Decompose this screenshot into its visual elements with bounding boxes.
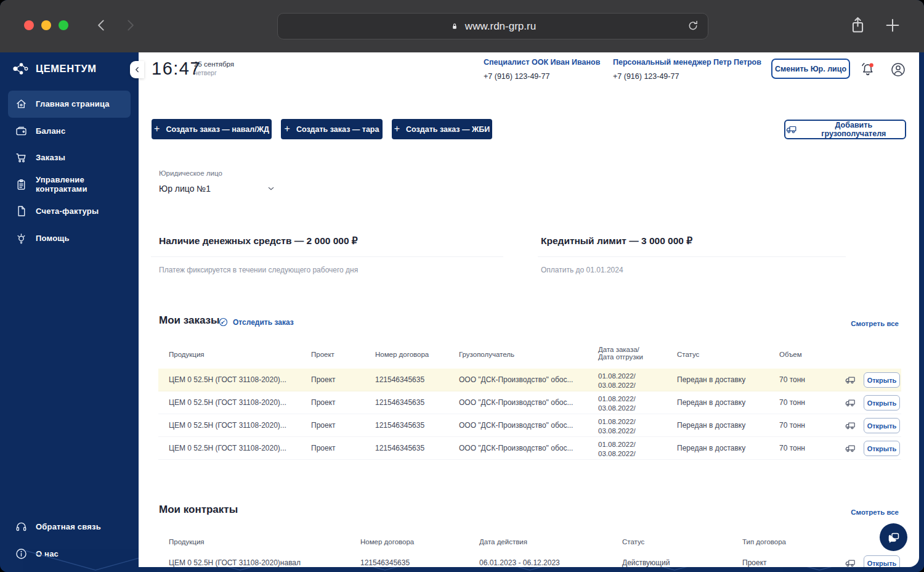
close-window-button[interactable] bbox=[24, 20, 34, 30]
create-order-tare-button[interactable]: + Создать заказ — тара bbox=[281, 119, 383, 139]
sidebar: ЦЕМЕНТУМ Главная страницаБалансЗаказыУпр… bbox=[0, 52, 139, 572]
open-button[interactable]: Открыть bbox=[864, 555, 900, 567]
specialist-name: Специалист ООК Иван Иванов bbox=[484, 58, 600, 67]
sidebar-item-label: Обратная связь bbox=[36, 522, 101, 531]
open-button[interactable]: Открыть bbox=[864, 418, 900, 433]
open-button[interactable]: Открыть bbox=[864, 395, 900, 411]
track-order-link[interactable]: Отследить заказ bbox=[218, 317, 294, 327]
manager-contact: Персональный менеджер Петр Петров +7 (91… bbox=[613, 58, 761, 81]
browser-window: www.rdn-grp.ru ЦЕМЕ bbox=[0, 0, 924, 572]
col-project: Проект bbox=[311, 351, 334, 358]
url-text: www.rdn-grp.ru bbox=[465, 20, 536, 33]
legal-entity-select[interactable]: Юр лицо №1 bbox=[159, 184, 276, 194]
order-consignee: ООО "ДСК-Производство" обос... bbox=[459, 437, 573, 460]
sidebar-item-balance[interactable]: Баланс bbox=[8, 118, 131, 145]
sidebar-item-help[interactable]: Помощь bbox=[8, 225, 131, 252]
order-project: Проект bbox=[311, 369, 336, 391]
truck-icon[interactable] bbox=[845, 420, 856, 431]
order-contract-number: 121546345635 bbox=[375, 437, 424, 460]
browser-chrome: www.rdn-grp.ru bbox=[0, 0, 924, 52]
sidebar-item-feedback[interactable]: Обратная связь bbox=[8, 513, 131, 541]
col-date: Дата заказа/Дата отгрузки bbox=[598, 346, 643, 361]
forward-button[interactable] bbox=[121, 17, 139, 35]
reload-icon[interactable] bbox=[686, 19, 700, 34]
sidebar-item-home[interactable]: Главная страница bbox=[8, 91, 131, 118]
orders-table-header: Продукция Проект Номер договора Грузопол… bbox=[158, 342, 901, 368]
orders-see-all-link[interactable]: Смотреть все bbox=[851, 320, 899, 327]
notifications-bell-icon[interactable] bbox=[859, 61, 876, 80]
open-button[interactable]: Открыть bbox=[864, 441, 900, 456]
sidebar-item-label: Баланс bbox=[36, 126, 65, 136]
order-volume: 70 тонн bbox=[779, 437, 805, 460]
order-contract-number: 121546345635 bbox=[375, 369, 424, 391]
contract-product: ЦЕМ 0 52.5Н (ГОСТ 31108-2020)навал bbox=[169, 552, 301, 567]
order-row: ЦЕМ 0 52.5Н (ГОСТ 31108-2020)...Проект12… bbox=[158, 391, 901, 414]
clock-date: 25 сентября четверг bbox=[194, 60, 234, 76]
sidebar-nav: Главная страницаБалансЗаказыУправление к… bbox=[0, 91, 139, 251]
account-icon[interactable] bbox=[890, 61, 907, 80]
change-legal-entity-button[interactable]: Сменить Юр. лицо bbox=[771, 59, 850, 79]
zoom-window-button[interactable] bbox=[59, 20, 68, 30]
logo: ЦЕМЕНТУМ bbox=[12, 60, 97, 77]
sidebar-item-invoices[interactable]: Счета-фактуры bbox=[8, 198, 131, 225]
contract-status: Действующий bbox=[622, 552, 670, 567]
contract-row: ЦЕМ 0 52.5Н (ГОСТ 31108-2020)навал121546… bbox=[158, 552, 901, 567]
specialist-contact: Специалист ООК Иван Иванов +7 (916) 123-… bbox=[484, 58, 600, 81]
open-button[interactable]: Открыть bbox=[864, 372, 900, 388]
home-icon bbox=[15, 97, 28, 110]
date-text: 25 сентября bbox=[194, 60, 234, 68]
orders-table-body: ЦЕМ 0 52.5Н (ГОСТ 31108-2020)...Проект12… bbox=[158, 369, 901, 460]
credit-limit-title: Кредитный лимит — 3 000 000 ₽ bbox=[541, 235, 692, 247]
col-contract: Номер договора bbox=[360, 538, 414, 545]
specialist-phone: +7 (916) 123-49-77 bbox=[484, 72, 600, 81]
truck-icon bbox=[785, 123, 798, 136]
divider bbox=[538, 256, 846, 257]
back-button[interactable] bbox=[92, 17, 111, 35]
new-tab-icon[interactable] bbox=[883, 16, 902, 36]
truck-icon[interactable] bbox=[845, 443, 856, 454]
logo-text: ЦЕМЕНТУМ bbox=[36, 63, 97, 75]
contracts-see-all-link[interactable]: Смотреть все bbox=[851, 509, 899, 516]
plus-icon: + bbox=[394, 123, 400, 134]
chevron-down-icon bbox=[266, 184, 276, 194]
truck-icon[interactable] bbox=[845, 557, 856, 567]
chat-icon bbox=[886, 530, 901, 545]
weekday-text: четверг bbox=[194, 69, 234, 76]
order-status: Передан в доставку bbox=[677, 414, 745, 437]
order-product: ЦЕМ 0 52.5Н (ГОСТ 31108-2020)... bbox=[169, 437, 286, 460]
create-order-zhbi-button[interactable]: + Создать заказ — ЖБИ bbox=[392, 119, 492, 139]
plus-icon: + bbox=[154, 123, 160, 134]
share-icon[interactable] bbox=[848, 15, 868, 37]
sidebar-collapse-button[interactable] bbox=[130, 61, 144, 78]
legal-entity-value: Юр лицо №1 bbox=[159, 184, 211, 194]
truck-icon[interactable] bbox=[845, 397, 856, 409]
minimize-window-button[interactable] bbox=[41, 20, 51, 30]
col-period: Дата действия bbox=[479, 538, 527, 545]
chat-button[interactable] bbox=[880, 523, 907, 551]
sidebar-item-label: Управление контрактами bbox=[36, 175, 131, 194]
order-project: Проект bbox=[311, 414, 336, 437]
order-dates: 01.08.2022/03.08.2022/ bbox=[598, 391, 636, 414]
col-volume: Объем bbox=[779, 351, 802, 358]
legal-entity-label: Юридическое лицо bbox=[159, 170, 222, 177]
contracts-table-header: Продукция Номер договора Дата действия С… bbox=[158, 533, 901, 552]
sidebar-item-label: Главная страница bbox=[36, 99, 110, 108]
order-product: ЦЕМ 0 52.5Н (ГОСТ 31108-2020)... bbox=[169, 414, 286, 437]
wallet-icon bbox=[15, 125, 28, 137]
order-status: Передан в доставку bbox=[677, 437, 745, 460]
truck-icon[interactable] bbox=[845, 374, 856, 386]
order-consignee: ООО "ДСК-Производство" обос... bbox=[459, 391, 573, 414]
sidebar-item-label: Счета-фактуры bbox=[36, 206, 99, 216]
sidebar-item-label: Заказы bbox=[36, 153, 65, 162]
sidebar-item-contracts[interactable]: Управление контрактами bbox=[8, 171, 131, 198]
address-bar[interactable]: www.rdn-grp.ru bbox=[277, 13, 708, 39]
track-order-icon bbox=[218, 317, 229, 327]
contracts-table-body: ЦЕМ 0 52.5Н (ГОСТ 31108-2020)навал121546… bbox=[158, 552, 901, 567]
contract-number: 121546345635 bbox=[360, 552, 410, 567]
order-product: ЦЕМ 0 52.5Н (ГОСТ 31108-2020)... bbox=[169, 369, 286, 391]
sidebar-item-orders[interactable]: Заказы bbox=[8, 144, 131, 171]
order-project: Проект bbox=[311, 391, 336, 414]
create-order-bulk-button[interactable]: + Создать заказ — навал/ЖД bbox=[152, 119, 272, 139]
order-dates: 01.08.2022/03.08.2022/ bbox=[598, 369, 636, 391]
add-consignee-button[interactable]: Добавить грузополучателя bbox=[784, 120, 906, 139]
